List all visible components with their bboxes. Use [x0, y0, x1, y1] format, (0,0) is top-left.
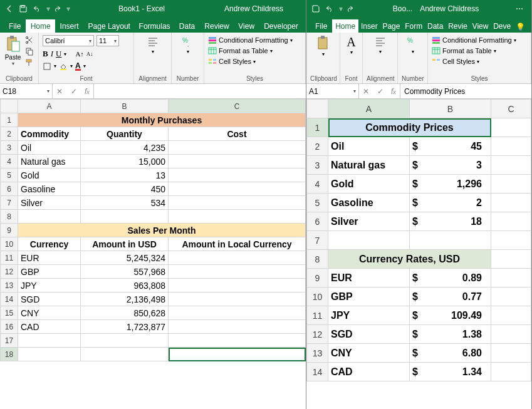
- cell-selected[interactable]: Commodity Prices: [328, 118, 491, 137]
- alignment-button[interactable]: ▾: [142, 35, 164, 54]
- cell[interactable]: CAD: [328, 363, 410, 381]
- cell[interactable]: [169, 265, 306, 279]
- tab-review[interactable]: Revie: [446, 19, 469, 33]
- cell[interactable]: $1,296: [410, 175, 491, 194]
- copy-icon[interactable]: [24, 46, 34, 56]
- cell[interactable]: [169, 279, 306, 293]
- cell[interactable]: [491, 212, 531, 231]
- cell[interactable]: Silver: [18, 196, 81, 210]
- tab-data[interactable]: Data: [425, 19, 446, 33]
- cell[interactable]: 963,808: [81, 279, 169, 293]
- worksheet[interactable]: A B C 1 Monthly Purchases 2 Commodity Qu…: [0, 99, 306, 409]
- tab-view[interactable]: View: [233, 19, 259, 33]
- cell[interactable]: [169, 182, 306, 196]
- cell[interactable]: $1.34: [410, 363, 491, 381]
- cell[interactable]: [491, 344, 531, 363]
- tab-file[interactable]: File: [310, 19, 332, 33]
- cell[interactable]: [81, 334, 169, 348]
- cell[interactable]: [491, 325, 531, 344]
- cell[interactable]: [169, 251, 306, 265]
- clipboard-button[interactable]: ▾: [312, 35, 335, 57]
- tab-pagelayout[interactable]: Page Layout: [83, 19, 134, 33]
- italic-button[interactable]: I: [51, 49, 53, 59]
- row-header[interactable]: 1: [1, 113, 18, 127]
- tab-home[interactable]: Home: [332, 19, 358, 33]
- cell[interactable]: Natural gas: [18, 155, 81, 168]
- cell-styles-button[interactable]: Cell Styles▾: [432, 56, 479, 66]
- number-button[interactable]: %▾: [402, 35, 424, 54]
- tab-review[interactable]: Review: [199, 19, 233, 33]
- cell[interactable]: $0.89: [410, 269, 491, 287]
- tab-developer[interactable]: Deve: [491, 19, 513, 33]
- cell[interactable]: $1.38: [410, 325, 491, 344]
- fx-icon[interactable]: fx: [391, 87, 396, 96]
- cell[interactable]: $6.80: [410, 344, 491, 363]
- name-box[interactable]: A1▾: [306, 84, 359, 98]
- cell[interactable]: Amount in USD: [81, 237, 169, 251]
- cell[interactable]: Gasoline: [328, 194, 410, 212]
- col-header-c[interactable]: C: [491, 100, 531, 118]
- cell[interactable]: EUR: [328, 269, 410, 287]
- border-button[interactable]: [43, 62, 51, 71]
- cell[interactable]: [18, 210, 81, 224]
- cell[interactable]: [169, 141, 306, 155]
- cell[interactable]: 13: [81, 168, 169, 182]
- name-box[interactable]: C18▾: [0, 84, 53, 98]
- col-header-b[interactable]: B: [81, 100, 169, 113]
- tab-developer[interactable]: Developer: [259, 19, 302, 33]
- col-header-b[interactable]: B: [410, 100, 491, 118]
- cell[interactable]: Silver: [328, 212, 410, 231]
- tab-data[interactable]: Data: [174, 19, 199, 33]
- undo-icon[interactable]: [31, 3, 43, 14]
- cell[interactable]: $0.77: [410, 287, 491, 306]
- fill-color-button[interactable]: [59, 62, 68, 71]
- cell[interactable]: [18, 334, 81, 348]
- tab-formulas[interactable]: Formulas: [134, 19, 174, 33]
- cell[interactable]: 5,245,324: [81, 251, 169, 265]
- cancel-icon[interactable]: ✕: [56, 87, 63, 96]
- cell[interactable]: [81, 210, 169, 224]
- formula-input[interactable]: Commodity Prices: [400, 84, 531, 98]
- cell[interactable]: [169, 155, 306, 168]
- cell[interactable]: 450: [81, 182, 169, 196]
- paste-button[interactable]: Paste ▾: [4, 35, 22, 66]
- cancel-icon[interactable]: ✕: [363, 87, 369, 96]
- tab-pagelayout[interactable]: Page: [380, 19, 402, 33]
- undo-icon[interactable]: [324, 3, 335, 14]
- cell[interactable]: $109.49: [410, 306, 491, 325]
- row-header[interactable]: 2: [1, 127, 18, 141]
- format-painter-icon[interactable]: [24, 58, 34, 68]
- tab-insert[interactable]: Inser: [358, 19, 380, 33]
- cell[interactable]: [169, 293, 306, 306]
- cell[interactable]: SGD: [18, 293, 81, 306]
- decrease-font-icon[interactable]: A↓: [86, 51, 93, 57]
- window-controls-icon[interactable]: ⋯: [514, 3, 525, 14]
- cell[interactable]: [491, 194, 531, 212]
- cell-selected[interactable]: [169, 348, 306, 361]
- save-icon[interactable]: [18, 3, 29, 14]
- cell[interactable]: Gasoline: [18, 182, 81, 196]
- number-button[interactable]: %, ▾: [177, 35, 199, 54]
- alignment-button[interactable]: ▾: [369, 35, 392, 54]
- fx-icon[interactable]: fx: [85, 87, 90, 96]
- cell[interactable]: CNY: [328, 344, 410, 363]
- cell[interactable]: Monthly Purchases: [18, 113, 306, 127]
- conditional-formatting-button[interactable]: Conditional Formatting▾: [432, 35, 516, 45]
- cell[interactable]: SGD: [328, 325, 410, 344]
- format-as-table-button[interactable]: Format as Table ▾: [208, 46, 273, 56]
- cut-icon[interactable]: [24, 35, 34, 45]
- cell[interactable]: [491, 175, 531, 194]
- cell[interactable]: [491, 306, 531, 325]
- cell[interactable]: [491, 137, 531, 156]
- cell[interactable]: Cost: [169, 127, 306, 141]
- cell[interactable]: [169, 334, 306, 348]
- underline-button[interactable]: U: [56, 49, 61, 59]
- cell[interactable]: [491, 118, 531, 137]
- cell[interactable]: Gold: [18, 168, 81, 182]
- cell[interactable]: Currency Rates, USD: [328, 250, 491, 269]
- cell[interactable]: 557,968: [81, 265, 169, 279]
- tab-formulas[interactable]: Form: [402, 19, 425, 33]
- font-color-button[interactable]: A: [75, 61, 81, 71]
- tell-me-icon[interactable]: 💡: [513, 21, 528, 33]
- redo-icon[interactable]: [344, 3, 355, 14]
